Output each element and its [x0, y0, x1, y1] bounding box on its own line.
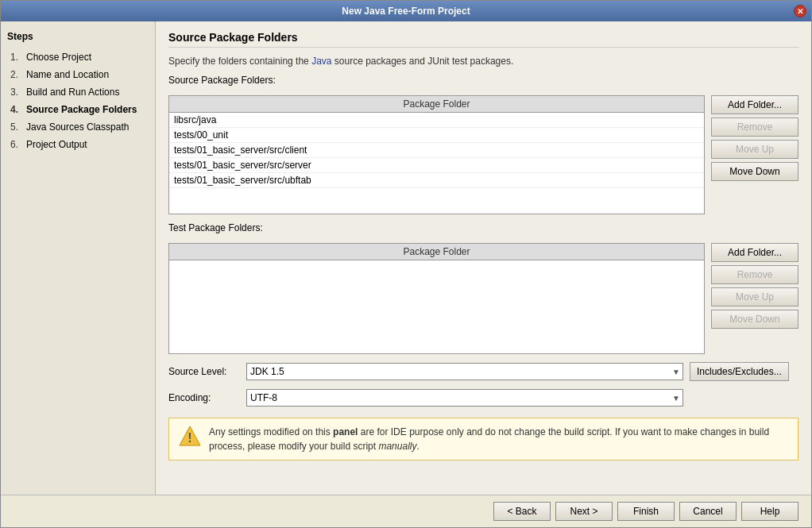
- window-title: New Java Free-Form Project: [342, 6, 470, 17]
- test-table-header: Package Folder: [169, 244, 704, 260]
- encoding-select-wrapper: UTF-8 ISO-8859-1 US-ASCII UTF-16 ▼: [246, 389, 683, 407]
- encoding-select[interactable]: UTF-8 ISO-8859-1 US-ASCII UTF-16: [246, 389, 683, 407]
- warning-triangle-icon: !: [179, 425, 201, 447]
- step-2-label: Name and Location: [26, 67, 109, 82]
- test-table-area: Package Folder Add Folder... Remove Move…: [168, 243, 798, 354]
- panel-title: Source Package Folders: [168, 31, 798, 48]
- table-row[interactable]: tests/01_basic_server/src/server: [169, 158, 704, 173]
- step-5-num: 5.: [10, 120, 26, 134]
- warning-italic-manually: manually: [378, 441, 416, 452]
- test-add-folder-button[interactable]: Add Folder...: [711, 243, 798, 262]
- test-table: Package Folder: [168, 243, 705, 354]
- warning-box: ! Any settings modified on this panel ar…: [168, 418, 798, 461]
- step-3-label: Build and Run Actions: [26, 85, 119, 99]
- main-window: New Java Free-Form Project ✕ Steps 1. Ch…: [0, 0, 812, 528]
- step-6-num: 6.: [10, 137, 26, 152]
- close-button[interactable]: ✕: [794, 5, 806, 17]
- step-5: 5. Java Sources Classpath: [7, 118, 149, 136]
- encoding-row: Encoding: UTF-8 ISO-8859-1 US-ASCII UTF-…: [168, 389, 798, 407]
- test-move-up-button[interactable]: Move Up: [711, 287, 798, 306]
- test-remove-button[interactable]: Remove: [711, 265, 798, 284]
- test-move-down-button[interactable]: Move Down: [711, 310, 798, 329]
- title-bar: New Java Free-Form Project ✕: [1, 1, 811, 21]
- table-row[interactable]: tests/01_basic_server/src/ubftab: [169, 173, 704, 188]
- warning-icon: !: [179, 425, 201, 447]
- step-1-label: Choose Project: [26, 50, 91, 64]
- step-2: 2. Name and Location: [7, 66, 149, 83]
- step-3-num: 3.: [10, 85, 26, 99]
- svg-text:!: !: [188, 431, 191, 445]
- description: Specify the folders containing the Java …: [168, 56, 798, 67]
- finish-button[interactable]: Finish: [617, 502, 675, 521]
- table-row[interactable]: tests/00_unit: [169, 128, 704, 143]
- step-4-num: 4.: [10, 102, 26, 117]
- test-section-label: Test Package Folders:: [168, 222, 798, 233]
- source-remove-button[interactable]: Remove: [711, 118, 798, 137]
- cancel-button[interactable]: Cancel: [679, 502, 737, 521]
- source-level-row: Source Level: JDK 1.5 JDK 1.4 JDK 1.3 JD…: [168, 362, 798, 381]
- steps-list: 1. Choose Project 2. Name and Location 3…: [7, 48, 149, 153]
- table-row[interactable]: tests/01_basic_server/src/client: [169, 143, 704, 158]
- help-button[interactable]: Help: [741, 502, 798, 521]
- source-move-down-button[interactable]: Move Down: [711, 162, 798, 181]
- source-table: Package Folder libsrc/java tests/00_unit…: [168, 95, 705, 214]
- step-3: 3. Build and Run Actions: [7, 83, 149, 101]
- source-table-area: Package Folder libsrc/java tests/00_unit…: [168, 95, 798, 214]
- source-buttons: Add Folder... Remove Move Up Move Down: [711, 95, 798, 181]
- source-move-up-button[interactable]: Move Up: [711, 140, 798, 159]
- step-2-num: 2.: [10, 67, 26, 82]
- warning-bold-panel: panel: [333, 426, 358, 437]
- back-button[interactable]: < Back: [493, 502, 551, 521]
- step-1-num: 1.: [10, 50, 26, 64]
- warning-message: Any settings modified on this panel are …: [209, 425, 788, 453]
- desc-post: source packages and JUnit test packages.: [331, 56, 513, 67]
- source-level-label: Source Level:: [168, 366, 240, 377]
- java-link[interactable]: Java: [311, 56, 331, 67]
- main-panel: Source Package Folders Specify the folde…: [156, 21, 811, 495]
- sidebar: Steps 1. Choose Project 2. Name and Loca…: [1, 21, 156, 495]
- step-6: 6. Project Output: [7, 136, 149, 153]
- step-4: 4. Source Package Folders: [7, 101, 149, 118]
- encoding-label: Encoding:: [168, 392, 240, 403]
- footer: < Back Next > Finish Cancel Help: [1, 495, 811, 527]
- source-level-select[interactable]: JDK 1.5 JDK 1.4 JDK 1.3 JDK 1.2 JDK 1.1: [246, 363, 683, 380]
- next-button[interactable]: Next >: [555, 502, 613, 521]
- step-1: 1. Choose Project: [7, 48, 149, 66]
- test-buttons: Add Folder... Remove Move Up Move Down: [711, 243, 798, 329]
- source-add-folder-button[interactable]: Add Folder...: [711, 95, 798, 114]
- desc-pre: Specify the folders containing the: [168, 56, 311, 67]
- source-section-label: Source Package Folders:: [168, 75, 798, 86]
- includes-excludes-button[interactable]: Includes/Excludes...: [690, 362, 789, 381]
- content-area: Steps 1. Choose Project 2. Name and Loca…: [1, 21, 811, 495]
- source-table-header: Package Folder: [169, 96, 704, 113]
- step-5-label: Java Sources Classpath: [26, 120, 129, 134]
- step-4-label: Source Package Folders: [26, 102, 137, 117]
- source-level-select-wrapper: JDK 1.5 JDK 1.4 JDK 1.3 JDK 1.2 JDK 1.1 …: [246, 363, 683, 380]
- table-row[interactable]: libsrc/java: [169, 113, 704, 128]
- step-6-label: Project Output: [26, 137, 87, 152]
- steps-heading: Steps: [7, 31, 149, 42]
